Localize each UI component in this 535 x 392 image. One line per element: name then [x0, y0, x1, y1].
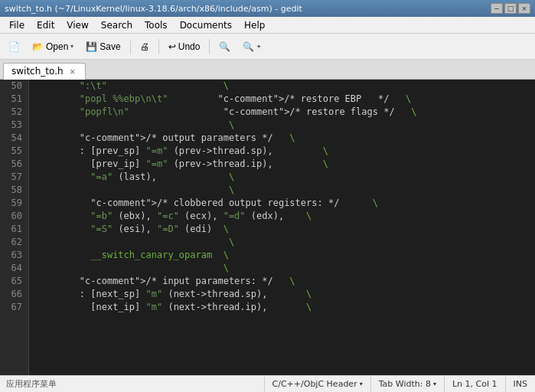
line-numbers: 505152535455565758596061626364656667	[0, 80, 29, 375]
status-bar: 应用程序菜单 C/C++/ObjC Header ▾ Tab Width: 8 …	[0, 375, 535, 392]
find-icon: 🔍	[219, 41, 230, 52]
line-number: 65	[6, 275, 22, 288]
print-button[interactable]: 🖨	[135, 36, 155, 57]
code-line: "c-comment">/* input parameters: */ \	[35, 275, 529, 288]
code-line: "=a" (last), \	[35, 171, 529, 184]
toolbar-separator-1	[130, 39, 131, 54]
code-line: __switch_canary_oparam \	[35, 249, 529, 262]
replace-button[interactable]: 🔍 +	[237, 36, 266, 57]
print-icon: 🖨	[140, 41, 149, 52]
menu-tools[interactable]: Tools	[139, 18, 174, 32]
line-number: 55	[6, 145, 22, 158]
code-line: \	[35, 184, 529, 197]
toolbar-separator-2	[158, 39, 159, 54]
save-label: Save	[99, 41, 120, 52]
code-line: "c-comment">/* output parameters */ \	[35, 132, 529, 145]
code-content[interactable]: ":\t" \ "popl %%ebp\n\t" "c-comment">/* …	[29, 80, 535, 375]
code-line: [prev_ip] "=m" (prev->thread.ip), \	[35, 158, 529, 171]
code-line: "popl %%ebp\n\t" "c-comment">/* restore …	[35, 93, 529, 106]
minimize-button[interactable]: −	[491, 3, 503, 14]
window-controls: − □ ×	[491, 3, 530, 14]
replace-icon: 🔍	[243, 41, 254, 52]
line-number: 62	[6, 236, 22, 249]
title-bar: switch_to.h (~7/LinuxKernel/linux-3.18.6…	[0, 0, 535, 17]
menu-edit[interactable]: Edit	[31, 18, 60, 32]
line-number: 61	[6, 223, 22, 236]
status-app-menu[interactable]: 应用程序菜单	[0, 378, 264, 390]
window-title: switch_to.h (~7/LinuxKernel/linux-3.18.6…	[5, 4, 302, 14]
open-arrow-icon: ▾	[70, 43, 73, 50]
replace-icon-2: +	[256, 43, 260, 51]
menu-documents[interactable]: Documents	[174, 18, 238, 32]
code-line: "=b" (ebx), "=c" (ecx), "=d" (edx), \	[35, 210, 529, 223]
open-icon: 📂	[32, 41, 44, 52]
save-icon: 💾	[86, 41, 97, 52]
filetype-chevron-icon: ▾	[360, 381, 363, 387]
code-line: : [next_sp] "m" (next->thread.sp), \	[35, 288, 529, 301]
line-number: 53	[6, 119, 22, 132]
line-number: 57	[6, 171, 22, 184]
new-icon: 📄	[8, 41, 20, 52]
line-number: 51	[6, 93, 22, 106]
tabwidth-chevron-icon: ▾	[433, 381, 436, 387]
toolbar-separator-3	[209, 39, 210, 54]
tab-label: switch_to.h	[11, 66, 64, 77]
new-button[interactable]: 📄	[3, 36, 25, 57]
undo-button[interactable]: ↩ Undo	[163, 36, 206, 57]
line-number: 64	[6, 262, 22, 275]
line-number: 66	[6, 288, 22, 301]
line-number: 60	[6, 210, 22, 223]
line-number: 56	[6, 158, 22, 171]
open-button[interactable]: 📂 Open ▾	[27, 36, 79, 57]
tab-close-button[interactable]: ×	[68, 67, 77, 76]
open-label: Open	[46, 41, 68, 52]
line-number: 59	[6, 197, 22, 210]
code-line: \	[35, 236, 529, 249]
line-number: 50	[6, 80, 22, 93]
code-line: "c-comment">/* clobbered output register…	[35, 197, 529, 210]
status-mode: INS	[505, 376, 535, 393]
code-line: "=S" (esi), "=D" (edi) \	[35, 223, 529, 236]
find-button[interactable]: 🔍	[214, 36, 236, 57]
status-right: C/C++/ObjC Header ▾ Tab Width: 8 ▾ Ln 1,…	[264, 376, 535, 393]
line-number: 67	[6, 301, 22, 314]
line-number: 63	[6, 249, 22, 262]
code-line: \	[35, 262, 529, 275]
status-tabwidth[interactable]: Tab Width: 8 ▾	[370, 376, 444, 393]
status-filetype[interactable]: C/C++/ObjC Header ▾	[264, 376, 370, 393]
menu-search[interactable]: Search	[95, 18, 139, 32]
code-line: : [prev_sp] "=m" (prev->thread.sp), \	[35, 145, 529, 158]
menu-file[interactable]: File	[3, 18, 31, 32]
code-line: [next_ip] "m" (next->thread.ip), \	[35, 301, 529, 314]
code-line: \	[35, 119, 529, 132]
undo-label: Undo	[178, 41, 201, 52]
undo-icon: ↩	[168, 41, 176, 52]
toolbar: 📄 📂 Open ▾ 💾 Save 🖨 ↩ Undo 🔍 🔍 +	[0, 34, 535, 60]
menu-bar: FileEditViewSearchToolsDocumentsHelp	[0, 17, 535, 34]
line-number: 58	[6, 184, 22, 197]
close-button[interactable]: ×	[518, 3, 530, 14]
line-number: 54	[6, 132, 22, 145]
tab-bar: switch_to.h ×	[0, 60, 535, 80]
menu-help[interactable]: Help	[238, 18, 271, 32]
code-area: 505152535455565758596061626364656667 ":\…	[0, 80, 535, 375]
status-position: Ln 1, Col 1	[444, 376, 505, 393]
code-line: "popfl\n" "c-comment">/* restore flags *…	[35, 106, 529, 119]
file-tab[interactable]: switch_to.h ×	[3, 63, 86, 80]
maximize-button[interactable]: □	[504, 3, 517, 14]
code-line: ":\t" \	[35, 80, 529, 93]
save-button[interactable]: 💾 Save	[80, 36, 126, 57]
line-number: 52	[6, 106, 22, 119]
menu-view[interactable]: View	[60, 18, 94, 32]
